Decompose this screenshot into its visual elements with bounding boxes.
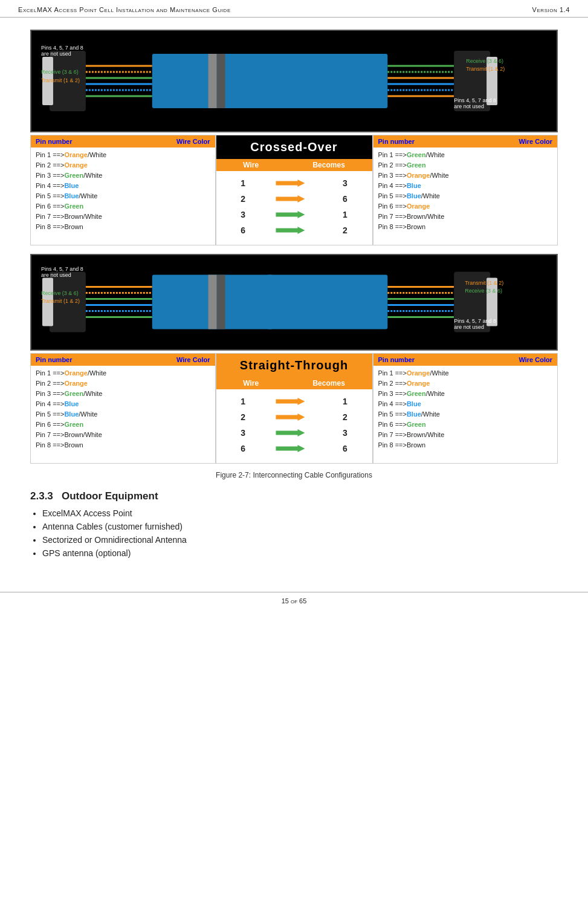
list-item: Antenna Cables (customer furnished) xyxy=(42,522,558,531)
crossed-over-diagram: Pins 4, 5, 7 and 8 are not used Receive … xyxy=(30,30,558,132)
table-row: Pin 4 ==> Blue xyxy=(378,399,553,409)
crossed-right-body: Pin 1 ==> Green/White Pin 2 ==> Green Pi… xyxy=(373,148,558,236)
table-row: Pin 1 ==> Orange/White xyxy=(378,368,553,378)
crossed-subtitle: Wire Becomes xyxy=(216,159,372,171)
crossed-right-wire-label: Wire Color xyxy=(519,138,552,145)
table-row: Pin 5 ==> Blue/White xyxy=(36,191,210,201)
table-row: Pin 2 ==> Green xyxy=(378,160,553,170)
table-row: Pin 6 ==> Green xyxy=(378,420,553,430)
table-row: Pin 6 ==> Green xyxy=(36,420,210,430)
page-footer: 15 of 65 xyxy=(0,592,588,607)
cross-row-4: 6 2 xyxy=(222,224,366,236)
section-number: 2.3.3 xyxy=(30,490,53,502)
wire-num: 3 xyxy=(234,428,252,438)
table-row: Pin 3 ==> Green/White xyxy=(36,389,210,399)
header-left: ExcelMAX Access Point Cell Installation … xyxy=(18,6,231,13)
svg-text:Receive (3 & 6): Receive (3 & 6) xyxy=(466,58,503,64)
cross-row-3: 3 3 xyxy=(222,427,366,439)
table-row: Pin 2 ==> Orange xyxy=(36,160,210,170)
wire-num: 2 xyxy=(234,412,252,422)
table-row: Pin 7 ==> Brown/White xyxy=(378,212,553,222)
figure-caption: Figure 2-7: Interconnecting Cable Config… xyxy=(30,471,558,479)
straight-through-diagram: Pins 4, 5, 7 and 8 are not used Receive … xyxy=(30,254,558,351)
cross-row-1: 1 3 xyxy=(222,177,366,189)
table-row: Pin 7 ==> Brown/White xyxy=(36,430,210,440)
table-row: Pin 5 ==> Blue/White xyxy=(378,409,553,420)
crossed-left-wire-label: Wire Color xyxy=(176,138,210,145)
svg-rect-39 xyxy=(267,275,388,329)
table-row: Pin 4 ==> Blue xyxy=(36,399,210,409)
crossed-left-pin-label: Pin number xyxy=(36,138,73,145)
wire-num: 1 xyxy=(234,397,252,406)
arrow-orange-icon xyxy=(276,177,312,189)
svg-rect-12 xyxy=(217,54,225,108)
becomes-num: 1 xyxy=(336,210,354,219)
cross-row-4: 6 6 xyxy=(222,443,366,455)
straight-left-pin-label: Pin number xyxy=(36,356,73,363)
straight-right-body: Pin 1 ==> Orange/White Pin 2 ==> Orange … xyxy=(373,366,558,454)
arrow-green-icon xyxy=(276,443,312,455)
crossed-center-table: Crossed-Over Wire Becomes 1 3 2 6 xyxy=(216,135,373,245)
cross-row-2: 2 2 xyxy=(222,411,366,423)
svg-text:Pins 4, 5, 7 and 8: Pins 4, 5, 7 and 8 xyxy=(41,45,83,51)
table-row: Pin 4 ==> Blue xyxy=(378,181,553,191)
svg-text:are not used: are not used xyxy=(41,51,71,57)
straight-title: Straight-Through xyxy=(216,354,372,377)
svg-text:Transmit (1 & 2): Transmit (1 & 2) xyxy=(41,298,80,304)
wire-num: 3 xyxy=(234,210,252,219)
svg-text:Pins 4, 5, 7 and 8: Pins 4, 5, 7 and 8 xyxy=(454,318,496,324)
svg-text:Transmit (1 & 2): Transmit (1 & 2) xyxy=(465,280,503,286)
crossed-right-header: Pin number Wire Color xyxy=(373,135,558,148)
table-row: Pin 1 ==> Green/White xyxy=(378,150,553,160)
table-row: Pin 8 ==> Brown xyxy=(378,222,553,232)
straight-center-table: Straight-Through Wire Becomes 1 1 2 2 xyxy=(216,353,373,464)
wire-num: 1 xyxy=(234,178,252,188)
crossed-becomes-label: Becomes xyxy=(312,161,344,169)
table-row: Pin 4 ==> Blue xyxy=(36,181,210,191)
table-row: Pin 5 ==> Blue/White xyxy=(36,409,210,420)
crossed-left-pin-table: Pin number Wire Color Pin 1 ==> Orange/W… xyxy=(30,135,216,245)
table-row: Pin 6 ==> Green xyxy=(36,201,210,212)
cross-row-3: 3 1 xyxy=(222,209,366,221)
straight-body: 1 1 2 2 3 3 6 xyxy=(216,389,372,463)
svg-text:Transmit (1 & 2): Transmit (1 & 2) xyxy=(41,77,80,83)
table-row: Pin 1 ==> Orange/White xyxy=(36,368,210,378)
straight-right-pin-table: Pin number Wire Color Pin 1 ==> Orange/W… xyxy=(373,353,558,464)
table-row: Pin 3 ==> Green/White xyxy=(36,170,210,181)
table-row: Pin 3 ==> Green/White xyxy=(378,389,553,399)
page-number: 15 of 65 xyxy=(282,597,307,605)
crossed-right-pin-label: Pin number xyxy=(378,138,415,145)
crossed-body: 1 3 2 6 3 1 6 xyxy=(216,171,372,245)
page-header: ExcelMAX Access Point Cell Installation … xyxy=(0,0,588,18)
table-row: Pin 1 ==> Orange/White xyxy=(36,150,210,160)
crossed-left-header: Pin number Wire Color xyxy=(31,135,215,148)
table-row: Pin 7 ==> Brown/White xyxy=(378,430,553,440)
becomes-num: 6 xyxy=(336,444,354,453)
arrow-green-icon xyxy=(276,427,312,439)
svg-text:Receive (3 & 6): Receive (3 & 6) xyxy=(41,69,79,75)
arrow-green-icon xyxy=(276,209,312,221)
crossed-left-body: Pin 1 ==> Orange/White Pin 2 ==> Orange … xyxy=(31,148,215,236)
table-row: Pin 3 ==> Orange/White xyxy=(378,170,553,181)
crossed-over-section: Pins 4, 5, 7 and 8 are not used Receive … xyxy=(30,30,558,245)
cross-row-2: 2 6 xyxy=(222,193,366,205)
svg-text:are not used: are not used xyxy=(41,272,71,278)
table-row: Pin 2 ==> Orange xyxy=(378,378,553,389)
table-row: Pin 7 ==> Brown/White xyxy=(36,212,210,222)
straight-left-body: Pin 1 ==> Orange/White Pin 2 ==> Orange … xyxy=(31,366,215,454)
straight-wire-label: Wire xyxy=(243,379,259,388)
table-row: Pin 5 ==> Blue/White xyxy=(378,191,553,201)
svg-rect-41 xyxy=(217,275,225,329)
header-right: Version 1.4 xyxy=(532,6,570,13)
arrow-orange-icon xyxy=(276,395,312,407)
crossed-right-pin-table: Pin number Wire Color Pin 1 ==> Green/Wh… xyxy=(373,135,558,245)
page-content: Pins 4, 5, 7 and 8 are not used Receive … xyxy=(0,18,588,580)
straight-right-wire-label: Wire Color xyxy=(519,356,552,363)
crossed-over-tables: Pin number Wire Color Pin 1 ==> Orange/W… xyxy=(30,135,558,245)
wire-num: 2 xyxy=(234,194,252,204)
crossed-title: Crossed-Over xyxy=(216,135,372,159)
crossed-wire-label: Wire xyxy=(243,161,259,169)
svg-text:Pins 4, 5, 7 and 8: Pins 4, 5, 7 and 8 xyxy=(41,266,83,272)
becomes-num: 3 xyxy=(336,428,354,438)
svg-text:Receive (3 & 6): Receive (3 & 6) xyxy=(465,288,502,294)
